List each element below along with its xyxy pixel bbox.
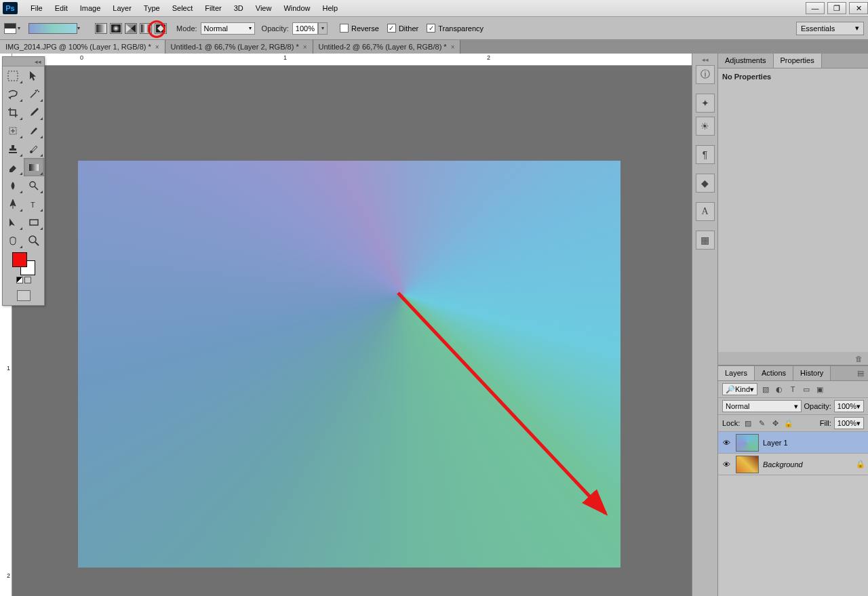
lasso-tool[interactable] xyxy=(3,85,24,103)
lock-transparent-icon[interactable]: ▨ xyxy=(743,418,753,429)
gradient-radial-button[interactable] xyxy=(110,23,122,34)
eraser-tool[interactable] xyxy=(3,158,24,176)
layer-row-0[interactable]: 👁 Layer 1 xyxy=(718,432,868,454)
hand-tool[interactable] xyxy=(3,231,24,250)
filter-type-icon[interactable]: T xyxy=(787,384,798,395)
tab-properties[interactable]: Properties xyxy=(774,54,822,68)
quick-mask-button[interactable] xyxy=(17,290,31,301)
layer-row-1[interactable]: 👁 Background 🔒 xyxy=(718,454,868,475)
layer-opacity-input[interactable]: 100% ▾ xyxy=(834,400,864,412)
shape-tool[interactable] xyxy=(24,213,45,231)
menu-layer[interactable]: Layer xyxy=(106,1,138,15)
mode-select[interactable]: Normal▾ xyxy=(201,22,255,35)
healing-tool[interactable] xyxy=(3,121,24,140)
zoom-tool[interactable] xyxy=(24,231,45,250)
close-icon[interactable]: × xyxy=(303,43,307,51)
default-colors-icon[interactable] xyxy=(16,277,23,283)
trash-icon[interactable]: 🗑 xyxy=(855,355,863,363)
close-icon[interactable]: × xyxy=(451,43,455,51)
filter-shape-icon[interactable]: ▭ xyxy=(801,384,812,395)
swatches-panel-icon[interactable]: ▦ xyxy=(696,231,715,250)
document-canvas[interactable] xyxy=(78,161,620,568)
tool-preset-icon[interactable] xyxy=(4,23,16,34)
restore-button[interactable]: ❐ xyxy=(827,2,846,14)
swap-colors-icon[interactable] xyxy=(24,277,31,283)
marquee-tool[interactable] xyxy=(3,66,24,85)
minimize-button[interactable]: — xyxy=(806,2,825,14)
pen-tool[interactable] xyxy=(3,195,24,213)
reverse-checkbox[interactable]: Reverse xyxy=(340,24,379,33)
stamp-tool[interactable] xyxy=(3,140,24,158)
move-tool[interactable] xyxy=(24,66,45,85)
opacity-dropdown[interactable]: ▾ xyxy=(318,22,328,35)
layer-filter-select[interactable]: 🔎 Kind ▾ xyxy=(722,383,757,395)
type-tool[interactable]: T xyxy=(24,195,45,213)
palette-collapse-icon[interactable]: ◂◂ xyxy=(3,57,44,66)
menu-bar: Ps File Edit Image Layer Type Select Fil… xyxy=(0,0,868,17)
history-brush-tool[interactable] xyxy=(24,140,45,158)
panel-menu-icon[interactable]: ▤ xyxy=(853,366,868,380)
document-tab-0[interactable]: IMG_2014.JPG @ 100% (Layer 1, RGB/8) *× xyxy=(0,40,165,54)
brush-tool[interactable] xyxy=(24,121,45,140)
foreground-color[interactable] xyxy=(12,252,27,267)
info-panel-icon[interactable]: ⓘ xyxy=(696,65,715,84)
visibility-icon[interactable]: 👁 xyxy=(721,459,732,470)
lock-pixels-icon[interactable]: ✎ xyxy=(756,418,767,429)
tab-actions[interactable]: Actions xyxy=(755,366,793,380)
tool-preset-dropdown[interactable]: ▾ xyxy=(18,25,24,31)
tab-adjustments[interactable]: Adjustments xyxy=(718,54,774,68)
menu-view[interactable]: View xyxy=(250,1,278,15)
tool-palette[interactable]: ◂◂ T xyxy=(2,56,45,306)
document-tab-1[interactable]: Untitled-1 @ 66,7% (Layer 2, RGB/8) *× xyxy=(165,40,313,54)
menu-select[interactable]: Select xyxy=(166,1,199,15)
blur-tool[interactable] xyxy=(3,176,24,195)
canvas-area[interactable]: 0 1 2 xyxy=(12,54,692,596)
gradient-reflected-button[interactable] xyxy=(140,23,152,34)
close-icon[interactable]: × xyxy=(155,43,159,51)
menu-3d[interactable]: 3D xyxy=(228,1,250,15)
dodge-tool[interactable] xyxy=(24,176,45,195)
layer-name[interactable]: Background xyxy=(763,460,852,469)
fill-input[interactable]: 100% ▾ xyxy=(834,417,864,429)
close-button[interactable]: ✕ xyxy=(849,2,868,14)
menu-image[interactable]: Image xyxy=(74,1,107,15)
menu-window[interactable]: Window xyxy=(277,1,316,15)
tab-history[interactable]: History xyxy=(793,366,831,380)
filter-pixel-icon[interactable]: ▧ xyxy=(760,384,771,395)
gradient-linear-button[interactable] xyxy=(95,23,107,34)
gradient-tool[interactable] xyxy=(24,158,45,176)
blend-mode-select[interactable]: Normal▾ xyxy=(722,400,802,412)
workspace-select[interactable]: Essentials▾ xyxy=(796,22,864,35)
styles-panel-icon[interactable]: ◆ xyxy=(696,174,715,193)
adjustments-icon[interactable]: ☀ xyxy=(696,117,715,136)
menu-file[interactable]: File xyxy=(24,1,49,15)
lock-all-icon[interactable]: 🔒 xyxy=(783,418,794,429)
magic-wand-tool[interactable] xyxy=(24,85,45,103)
character-panel-icon[interactable]: A xyxy=(696,202,715,221)
layer-thumbnail[interactable] xyxy=(736,434,759,452)
gradient-diamond-button[interactable] xyxy=(155,23,167,34)
gradient-picker-dropdown[interactable]: ▾ xyxy=(77,25,84,31)
filter-smart-icon[interactable]: ▣ xyxy=(814,384,825,395)
transparency-checkbox[interactable]: ✓Transparency xyxy=(427,24,484,33)
menu-edit[interactable]: Edit xyxy=(49,1,74,15)
gradient-angle-button[interactable] xyxy=(125,23,137,34)
layer-thumbnail[interactable] xyxy=(736,456,759,473)
menu-filter[interactable]: Filter xyxy=(199,1,227,15)
menu-type[interactable]: Type xyxy=(138,1,166,15)
dither-checkbox[interactable]: ✓Dither xyxy=(387,24,418,33)
crop-tool[interactable] xyxy=(3,103,24,121)
eyedropper-tool[interactable] xyxy=(24,103,45,121)
document-tab-2[interactable]: Untitled-2 @ 66,7% (Layer 6, RGB/8) *× xyxy=(313,40,461,54)
paragraph-panel-icon[interactable]: ¶ xyxy=(696,145,715,164)
opacity-input[interactable]: 100% xyxy=(292,22,318,35)
layer-name[interactable]: Layer 1 xyxy=(763,439,865,447)
brush-panel-icon[interactable]: ✦ xyxy=(696,94,715,113)
menu-help[interactable]: Help xyxy=(317,1,344,15)
lock-position-icon[interactable]: ✥ xyxy=(770,418,781,429)
tab-layers[interactable]: Layers xyxy=(718,366,755,380)
filter-adjust-icon[interactable]: ◐ xyxy=(774,384,785,395)
gradient-preview[interactable] xyxy=(28,23,77,34)
visibility-icon[interactable]: 👁 xyxy=(721,437,732,448)
path-select-tool[interactable] xyxy=(3,213,24,231)
